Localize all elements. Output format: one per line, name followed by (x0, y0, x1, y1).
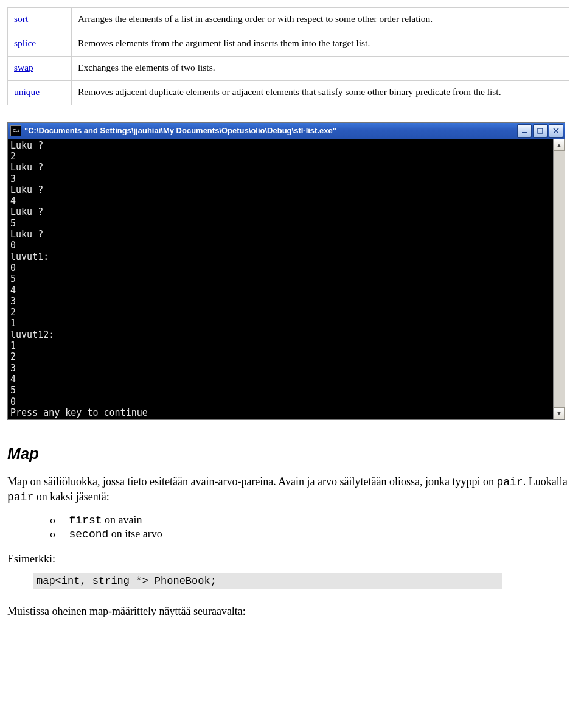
svg-rect-1 (538, 128, 543, 133)
cmd-icon: C:\ (10, 125, 21, 136)
console-titlebar[interactable]: C:\ "C:\Documents and Settings\jjauhiai\… (8, 123, 565, 139)
scroll-up-icon[interactable]: ▲ (554, 139, 565, 151)
list-item: second on itse arvo (50, 528, 569, 541)
pair-members-list: first on avain second on itse arvo (50, 514, 569, 541)
func-desc: Exchanges the elements of two lists. (72, 56, 569, 80)
code-pair: pair (496, 476, 523, 488)
console-output: Luku ? 2 Luku ? 3 Luku ? 4 Luku ? 5 Luku… (8, 139, 553, 419)
table-row: sort Arranges the elements of a list in … (8, 8, 569, 32)
scroll-down-icon[interactable]: ▼ (554, 407, 565, 419)
table-row: swap Exchanges the elements of two lists… (8, 56, 569, 80)
maximize-button[interactable] (533, 124, 548, 138)
close-button[interactable] (549, 124, 563, 138)
func-link-splice[interactable]: splice (14, 38, 36, 48)
code-first: first (69, 514, 102, 527)
list-item: first on avain (50, 514, 569, 527)
console-title: "C:\Documents and Settings\jjauhiai\My D… (24, 126, 336, 135)
section-heading-map: Map (7, 444, 569, 463)
table-row: unique Removes adjacent duplicate elemen… (8, 80, 569, 105)
func-desc: Arranges the elements of a list in ascen… (72, 8, 569, 32)
example-label: Esimerkki: (7, 553, 569, 565)
console-window: C:\ "C:\Documents and Settings\jjauhiai\… (7, 122, 565, 420)
func-desc: Removes elements from the argument list … (72, 32, 569, 56)
code-block-phonebook: map<int, string *> PhoneBook; (33, 573, 502, 589)
text-fragment: on kaksi jäsentä: (33, 491, 109, 503)
func-link-unique[interactable]: unique (14, 86, 40, 97)
text-fragment: on avain (102, 514, 142, 526)
text-fragment: Map on säiliöluokka, jossa tieto esitetä… (7, 475, 496, 488)
func-link-sort[interactable]: sort (14, 13, 28, 24)
text-fragment: . Luokalla (523, 475, 568, 488)
code-pair: pair (7, 491, 33, 503)
map-intro-paragraph: Map on säiliöluokka, jossa tieto esitetä… (7, 474, 569, 505)
code-second: second (69, 528, 109, 541)
func-link-swap[interactable]: swap (14, 62, 33, 72)
table-row: splice Removes elements from the argumen… (8, 32, 569, 56)
console-scrollbar[interactable]: ▲ ▼ (553, 139, 565, 419)
text-fragment: on itse arvo (108, 528, 162, 540)
scroll-track[interactable] (554, 151, 565, 407)
svg-rect-0 (522, 132, 527, 133)
function-table: sort Arranges the elements of a list in … (7, 7, 569, 105)
closing-paragraph: Muistissa oheinen map-määrittely näyttää… (7, 604, 569, 618)
minimize-button[interactable] (517, 124, 532, 138)
func-desc: Removes adjacent duplicate elements or a… (72, 80, 569, 105)
